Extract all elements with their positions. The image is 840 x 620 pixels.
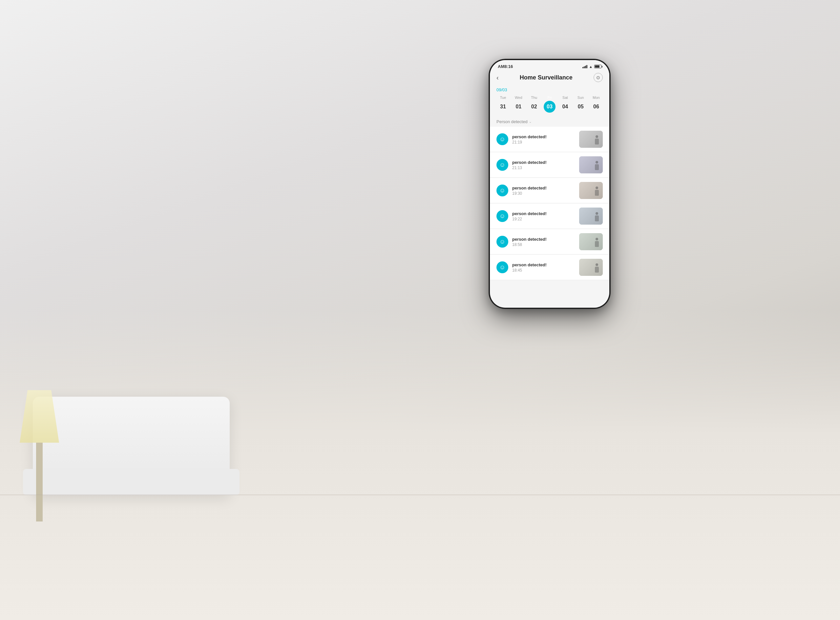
day-number: 05 bbox=[575, 101, 586, 113]
event-avatar: ☺ bbox=[496, 133, 508, 145]
battery-icon bbox=[594, 65, 602, 68]
lamp-decoration bbox=[20, 390, 59, 522]
person-icon: ☺ bbox=[500, 161, 506, 169]
event-info: person detected! 21:19 bbox=[512, 134, 575, 144]
event-avatar: ☺ bbox=[496, 261, 508, 273]
date-section: 09/03 Tue 31 Wed 01 Thu 02 Fri 03 Sat 04… bbox=[490, 86, 609, 113]
event-time: 21:19 bbox=[512, 140, 575, 144]
event-avatar: ☺ bbox=[496, 159, 508, 171]
status-icons: ▲ bbox=[582, 65, 602, 69]
day-name: Mon bbox=[592, 96, 600, 99]
event-item[interactable]: ☺ person detected! 19:22 bbox=[490, 203, 609, 229]
bottom-fade bbox=[490, 288, 609, 308]
events-list: ☺ person detected! 21:19 ☺ person detect… bbox=[490, 127, 609, 280]
page-title: Home Surveillance bbox=[520, 74, 573, 81]
event-time: 18:45 bbox=[512, 268, 575, 272]
signal-icon bbox=[582, 65, 587, 68]
day-name: Sat bbox=[562, 96, 568, 99]
person-icon: ☺ bbox=[500, 264, 506, 271]
event-thumbnail bbox=[579, 208, 603, 224]
day-selector: Tue 31 Wed 01 Thu 02 Fri 03 Sat 04 Sun 0… bbox=[496, 96, 603, 113]
filter-label[interactable]: Person detected ⌄ bbox=[496, 119, 532, 124]
event-title: person detected! bbox=[512, 160, 575, 165]
status-time: AM8:16 bbox=[498, 64, 513, 69]
event-info: person detected! 18:58 bbox=[512, 237, 575, 247]
status-bar: AM8:16 ▲ bbox=[490, 60, 609, 70]
event-thumbnail bbox=[579, 259, 603, 276]
event-title: person detected! bbox=[512, 237, 575, 242]
person-icon: ☺ bbox=[500, 136, 506, 143]
day-item-mon06[interactable]: Mon 06 bbox=[590, 96, 603, 113]
current-date: 09/03 bbox=[496, 87, 603, 92]
phone-mockup: AM8:16 ▲ ‹ Home Surveilla bbox=[489, 59, 610, 308]
background-scene bbox=[0, 0, 840, 620]
event-info: person detected! 21:13 bbox=[512, 160, 575, 170]
event-time: 19:22 bbox=[512, 217, 575, 221]
event-time: 19:30 bbox=[512, 191, 575, 196]
day-item-thu02[interactable]: Thu 02 bbox=[528, 96, 541, 113]
day-name: Wed bbox=[515, 96, 522, 99]
day-number: 01 bbox=[513, 101, 524, 113]
back-button[interactable]: ‹ bbox=[496, 74, 499, 81]
event-avatar: ☺ bbox=[496, 210, 508, 222]
event-avatar: ☺ bbox=[496, 236, 508, 248]
event-thumbnail bbox=[579, 233, 603, 250]
event-title: person detected! bbox=[512, 185, 575, 191]
filter-chevron-icon: ⌄ bbox=[529, 120, 532, 123]
event-time: 21:13 bbox=[512, 166, 575, 170]
person-icon: ☺ bbox=[500, 187, 506, 194]
event-thumbnail bbox=[579, 156, 603, 173]
battery-fill bbox=[595, 65, 600, 68]
settings-icon: ⊙ bbox=[596, 75, 600, 80]
day-number: 03 bbox=[544, 101, 555, 113]
event-item[interactable]: ☺ person detected! 19:30 bbox=[490, 178, 609, 203]
day-item-wed01[interactable]: Wed 01 bbox=[512, 96, 525, 113]
event-thumbnail bbox=[579, 131, 603, 148]
phone-body: AM8:16 ▲ ‹ Home Surveilla bbox=[489, 59, 610, 308]
sofa-decoration bbox=[33, 397, 230, 495]
person-icon: ☺ bbox=[500, 213, 506, 220]
event-info: person detected! 19:22 bbox=[512, 211, 575, 221]
day-number: 04 bbox=[559, 101, 571, 113]
event-item[interactable]: ☺ person detected! 18:58 bbox=[490, 229, 609, 254]
event-title: person detected! bbox=[512, 211, 575, 216]
event-item[interactable]: ☺ person detected! 18:45 bbox=[490, 255, 609, 280]
day-name: Sun bbox=[578, 96, 584, 99]
filter-row[interactable]: Person detected ⌄ bbox=[490, 118, 609, 127]
day-number: 02 bbox=[528, 101, 540, 113]
day-name: Tue bbox=[500, 96, 506, 99]
day-name: Thu bbox=[531, 96, 537, 99]
day-item-tue31[interactable]: Tue 31 bbox=[496, 96, 510, 113]
event-info: person detected! 18:45 bbox=[512, 262, 575, 272]
event-thumbnail bbox=[579, 182, 603, 199]
settings-button[interactable]: ⊙ bbox=[594, 73, 603, 82]
event-item[interactable]: ☺ person detected! 21:19 bbox=[490, 127, 609, 152]
event-title: person detected! bbox=[512, 262, 575, 267]
event-item[interactable]: ☺ person detected! 21:13 bbox=[490, 152, 609, 178]
day-name: Fri bbox=[548, 96, 552, 99]
day-item-sun05[interactable]: Sun 05 bbox=[574, 96, 587, 113]
day-item-sat04[interactable]: Sat 04 bbox=[558, 96, 572, 113]
day-number: 31 bbox=[497, 101, 509, 113]
wifi-icon: ▲ bbox=[589, 65, 592, 69]
event-info: person detected! 19:30 bbox=[512, 185, 575, 196]
filter-text: Person detected bbox=[496, 119, 528, 124]
event-avatar: ☺ bbox=[496, 185, 508, 196]
person-icon: ☺ bbox=[500, 238, 506, 245]
event-time: 18:58 bbox=[512, 242, 575, 247]
phone-screen: AM8:16 ▲ ‹ Home Surveilla bbox=[490, 60, 609, 308]
floor-line bbox=[0, 495, 840, 495]
day-item-fri03[interactable]: Fri 03 bbox=[543, 96, 556, 113]
event-title: person detected! bbox=[512, 134, 575, 139]
app-header: ‹ Home Surveillance ⊙ bbox=[490, 70, 609, 86]
day-number: 06 bbox=[590, 101, 602, 113]
